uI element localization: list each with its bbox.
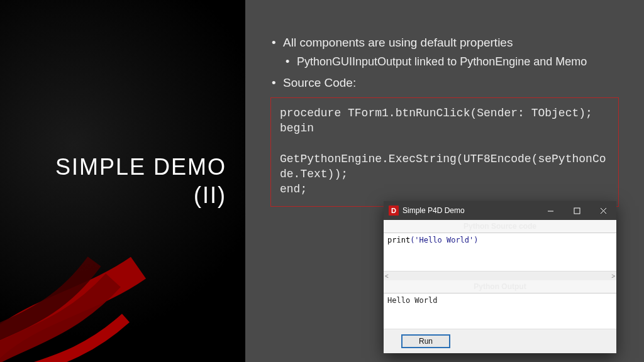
demo-app-window: D Simple P4D Demo Python Source code pri… <box>384 201 616 353</box>
maximize-icon <box>574 207 580 214</box>
window-titlebar[interactable]: D Simple P4D Demo <box>384 201 616 220</box>
bullet-1: All components are using default propert… <box>270 35 619 69</box>
source-code-editor[interactable]: print('Hello World') <box>384 233 616 271</box>
close-button[interactable] <box>590 201 616 220</box>
maximize-button[interactable] <box>564 201 590 220</box>
bullet-2: Source Code: <box>270 75 619 91</box>
button-row: Run <box>384 329 616 353</box>
token-close-paren: ) <box>474 236 478 244</box>
run-button[interactable]: Run <box>401 334 450 348</box>
window-title: Simple P4D Demo <box>402 206 537 215</box>
output-panel-header: Python Output <box>384 280 616 293</box>
token-string: 'Hello World' <box>414 236 474 244</box>
title-panel: SIMPLE DEMO (II) <box>0 0 245 362</box>
abstract-swirl-graphic <box>0 236 151 362</box>
minimize-button[interactable] <box>537 201 564 220</box>
token-print: print <box>387 236 410 244</box>
svg-rect-1 <box>574 208 580 214</box>
minimize-icon <box>547 207 554 214</box>
bullet-1-sub: PythonGUIInputOutput linked to PythonEng… <box>283 55 619 69</box>
scroll-left-icon[interactable]: < <box>385 273 389 280</box>
title-line-2: (II) <box>55 181 226 209</box>
source-code-block: procedure TForm1.btnRunClick(Sender: TOb… <box>270 97 619 207</box>
content-panel: All components are using default propert… <box>245 0 644 362</box>
close-icon <box>600 207 607 214</box>
title-line-1: SIMPLE DEMO <box>55 153 226 181</box>
slide: SIMPLE DEMO (II) All components are usin… <box>0 0 644 362</box>
source-panel-header: Python Source code <box>384 220 616 233</box>
slide-title: SIMPLE DEMO (II) <box>55 153 226 209</box>
scroll-right-icon[interactable]: > <box>611 273 615 280</box>
app-icon: D <box>389 206 399 216</box>
horizontal-scrollbar[interactable]: < > <box>384 271 616 280</box>
output-area[interactable]: Hello World <box>384 293 616 329</box>
bullet-list: All components are using default propert… <box>270 35 619 91</box>
